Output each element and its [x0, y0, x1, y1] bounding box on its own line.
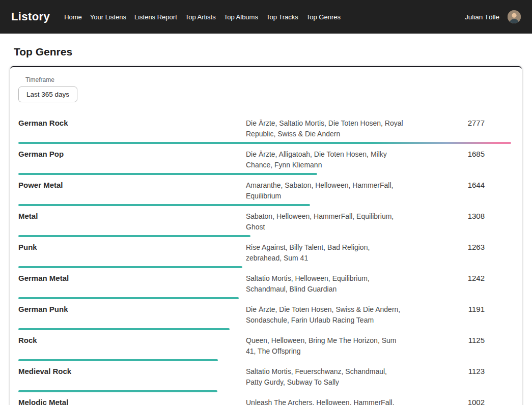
genre-count: 1308	[425, 211, 511, 232]
genre-name: Punk	[18, 242, 246, 263]
nav-item-your-listens[interactable]: Your Listens	[90, 13, 126, 21]
genre-bar	[18, 328, 230, 330]
genre-count: 1123	[425, 366, 511, 387]
genre-row: Rock Queen, Helloween, Bring Me The Hori…	[18, 333, 511, 364]
genre-count: 1685	[425, 149, 511, 170]
avatar-image	[508, 10, 521, 23]
timeframe-select[interactable]: Last 365 days	[18, 86, 77, 102]
nav-item-listens-report[interactable]: Listens Report	[134, 13, 177, 21]
genre-artists: Sabaton, Helloween, HammerFall, Equilibr…	[246, 211, 404, 232]
genre-artists: Die Ärzte, Alligatoah, Die Toten Hosen, …	[246, 149, 404, 170]
genre-name: Metal	[18, 211, 246, 232]
nav-item-top-tracks[interactable]: Top Tracks	[266, 13, 298, 21]
genre-count: 1191	[425, 304, 511, 325]
genre-count: 1002	[425, 397, 511, 405]
timeframe-label: Timeframe	[25, 76, 511, 83]
genre-name: German Pop	[18, 149, 246, 170]
genre-bar	[18, 173, 317, 175]
genre-row: Punk Rise Against, Billy Talent, Bad Rel…	[18, 240, 511, 271]
genre-count: 1263	[425, 242, 511, 263]
genre-count: 2777	[425, 118, 511, 139]
user-name: Julian Tölle	[465, 13, 499, 21]
genre-count: 1644	[425, 180, 511, 201]
top-genres-card: Timeframe Last 365 days German Rock Die …	[10, 66, 522, 405]
genre-artists: Die Ärzte, Saltatio Mortis, Die Toten Ho…	[246, 118, 404, 139]
genre-bar	[18, 297, 239, 299]
genre-bar	[18, 204, 310, 206]
avatar[interactable]	[508, 10, 521, 23]
genre-artists: Queen, Helloween, Bring Me The Horizon, …	[246, 335, 404, 356]
genre-row: German Rock Die Ärzte, Saltatio Mortis, …	[18, 115, 511, 147]
genre-bar	[18, 142, 511, 144]
genre-bar	[18, 266, 242, 268]
genre-bar	[18, 359, 218, 361]
nav-item-home[interactable]: Home	[64, 13, 82, 21]
genre-artists: Unleash The Archers, Helloween, HammerFa…	[246, 397, 404, 405]
genre-name: Power Metal	[18, 180, 246, 201]
genre-bar	[18, 235, 250, 237]
navbar: Listory HomeYour ListensListens ReportTo…	[0, 0, 532, 34]
genre-name: German Rock	[18, 118, 246, 139]
brand-logo[interactable]: Listory	[11, 10, 50, 23]
nav-item-top-albums[interactable]: Top Albums	[224, 13, 258, 21]
page: Top Genres Timeframe Last 365 days Germa…	[0, 46, 532, 405]
genre-artists: Saltatio Mortis, Feuerschwanz, Schandmau…	[246, 366, 404, 387]
nav-item-top-artists[interactable]: Top Artists	[185, 13, 216, 21]
genre-artists: Saltatio Mortis, Helloween, Equilibrium,…	[246, 273, 404, 294]
genre-artists: Rise Against, Billy Talent, Bad Religion…	[246, 242, 404, 263]
genre-name: German Metal	[18, 273, 246, 294]
genre-row: Melodic Metal Unleash The Archers, Hello…	[18, 395, 511, 405]
genre-artists: Die Ärzte, Die Toten Hosen, Swiss & Die …	[246, 304, 404, 325]
page-title: Top Genres	[14, 46, 522, 58]
nav-links: HomeYour ListensListens ReportTop Artist…	[60, 13, 345, 21]
genre-row: Medieval Rock Saltatio Mortis, Feuerschw…	[18, 364, 511, 395]
genre-count: 1125	[425, 335, 511, 356]
genre-row: Power Metal Amaranthe, Sabaton, Hellowee…	[18, 178, 511, 209]
genre-bar	[18, 390, 217, 392]
genre-name: Medieval Rock	[18, 366, 246, 387]
genre-name: Melodic Metal	[18, 397, 246, 405]
genre-row: German Punk Die Ärzte, Die Toten Hosen, …	[18, 302, 511, 333]
nav-item-top-genres[interactable]: Top Genres	[306, 13, 341, 21]
genre-name: German Punk	[18, 304, 246, 325]
genre-row: German Metal Saltatio Mortis, Helloween,…	[18, 271, 511, 302]
genre-count: 1242	[425, 273, 511, 294]
genre-row: Metal Sabaton, Helloween, HammerFall, Eq…	[18, 209, 511, 240]
genre-row: German Pop Die Ärzte, Alligatoah, Die To…	[18, 147, 511, 178]
genre-rows: German Rock Die Ärzte, Saltatio Mortis, …	[18, 115, 511, 405]
genre-name: Rock	[18, 335, 246, 356]
genre-artists: Amaranthe, Sabaton, Helloween, HammerFal…	[246, 180, 404, 201]
